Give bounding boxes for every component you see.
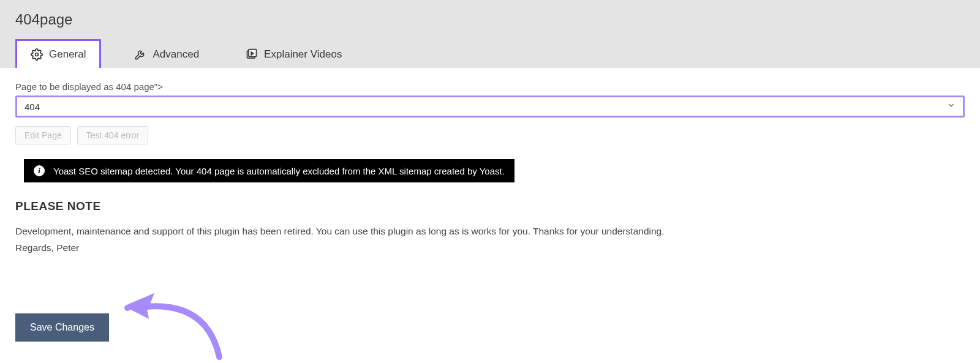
tab-advanced[interactable]: Advanced: [121, 41, 213, 68]
save-changes-button[interactable]: Save Changes: [15, 313, 109, 342]
tab-label: Explainer Videos: [264, 48, 342, 61]
test-404-button[interactable]: Test 404 error: [77, 126, 148, 144]
note-heading: PLEASE NOTE: [15, 200, 965, 213]
secondary-button-row: Edit Page Test 404 error: [15, 126, 965, 144]
page-select-value: 404: [24, 102, 947, 112]
note-line1: Development, maintenance and support of …: [15, 224, 965, 238]
notice-text: Yoast SEO sitemap detected. Your 404 pag…: [53, 166, 505, 176]
gear-icon: [31, 48, 43, 61]
tab-explainer-videos[interactable]: Explainer Videos: [232, 41, 355, 68]
page-select-label: Page to be displayed as 404 page">: [15, 81, 965, 92]
video-icon: [246, 48, 258, 61]
svg-point-0: [36, 53, 39, 56]
info-icon: i: [34, 165, 45, 176]
annotation-arrow-icon: [121, 290, 244, 364]
page-title: 404page: [15, 11, 965, 28]
note-line2: Regards, Peter: [15, 241, 965, 255]
seo-notice: i Yoast SEO sitemap detected. Your 404 p…: [24, 159, 514, 182]
tab-label: General: [49, 48, 86, 61]
page-select[interactable]: 404: [15, 95, 965, 118]
tab-bar: General Advanced Explainer Videos: [15, 39, 965, 68]
wrench-icon: [134, 48, 146, 61]
save-row: Save Changes: [15, 290, 965, 364]
edit-page-button[interactable]: Edit Page: [15, 126, 71, 144]
chevron-down-icon: [947, 101, 956, 112]
tab-label: Advanced: [153, 48, 199, 61]
tab-general[interactable]: General: [15, 39, 101, 68]
content-area: Page to be displayed as 404 page"> 404 E…: [0, 68, 980, 363]
header-region: 404page General Advanced Explainer Video…: [0, 0, 980, 68]
